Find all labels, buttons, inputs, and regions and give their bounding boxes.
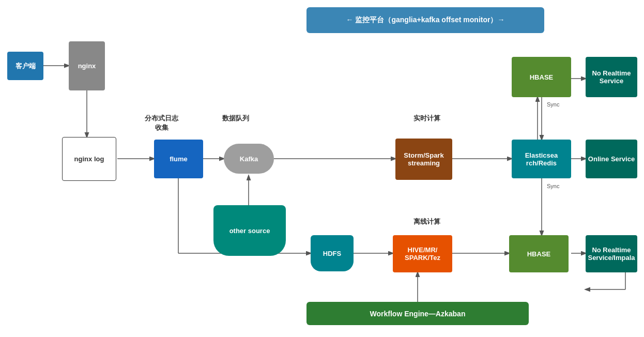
- kafka-label: Kafka: [240, 155, 258, 163]
- elastic-redis-node: Elasticsea rch/Redis: [512, 140, 571, 178]
- storm-spark-node: Storm/Spark streaming: [395, 139, 452, 180]
- sync-label-2: Sync: [547, 183, 559, 189]
- nginx-log-node: nginx log: [62, 137, 116, 181]
- hdfs-label: HDFS: [323, 250, 341, 257]
- kafka-node: Kafka: [224, 144, 274, 174]
- workflow-label: Workflow Engine—Azkaban: [370, 310, 466, 318]
- flume-node: flume: [154, 140, 203, 178]
- monitor-label: ← 监控平台（ganglia+kafka offset monitor）→: [346, 16, 505, 25]
- online-service-node: Online Service: [586, 140, 637, 178]
- no-realtime-top-node: No Realtime Service: [586, 57, 637, 97]
- no-realtime-top-label: No Realtime Service: [592, 69, 631, 85]
- nginx-log-label: nginx log: [74, 155, 104, 163]
- hdfs-node: HDFS: [311, 235, 354, 271]
- flume-label: flume: [170, 155, 188, 163]
- client-label: 客户端: [16, 62, 36, 71]
- hbase-bottom-label: HBASE: [527, 250, 551, 258]
- sync-label-1: Sync: [547, 101, 559, 108]
- workflow-engine: Workflow Engine—Azkaban: [306, 302, 529, 325]
- realtime-compute-label: 实时计算: [413, 114, 440, 123]
- other-source-node: other source: [213, 205, 286, 256]
- architecture-diagram: ← 监控平台（ganglia+kafka offset monitor）→ 客户…: [0, 0, 644, 337]
- hive-mr-node: HIVE/MR/ SPARK/Tez: [393, 235, 452, 272]
- offline-compute-label: 离线计算: [413, 217, 440, 226]
- no-realtime-bottom-label: No Realtime Service/Impala: [588, 246, 635, 262]
- hive-mr-label: HIVE/MR/ SPARK/Tez: [405, 246, 440, 262]
- data-queue-label: 数据队列: [222, 114, 249, 123]
- hbase-bottom-node: HBASE: [509, 235, 569, 272]
- other-source-label: other source: [229, 227, 270, 235]
- hbase-top-label: HBASE: [530, 73, 554, 81]
- no-realtime-bottom-node: No Realtime Service/Impala: [586, 235, 637, 272]
- nginx-node: nginx: [69, 41, 105, 90]
- hbase-top-node: HBASE: [512, 57, 571, 97]
- storm-spark-label: Storm/Spark streaming: [404, 151, 443, 167]
- elastic-redis-label: Elasticsea rch/Redis: [525, 151, 558, 167]
- distributed-log-label: 分布式日志收集: [145, 114, 178, 132]
- client-node: 客户端: [7, 52, 43, 80]
- monitor-platform: ← 监控平台（ganglia+kafka offset monitor）→: [306, 7, 544, 33]
- nginx-label: nginx: [78, 62, 96, 70]
- online-service-label: Online Service: [588, 155, 635, 163]
